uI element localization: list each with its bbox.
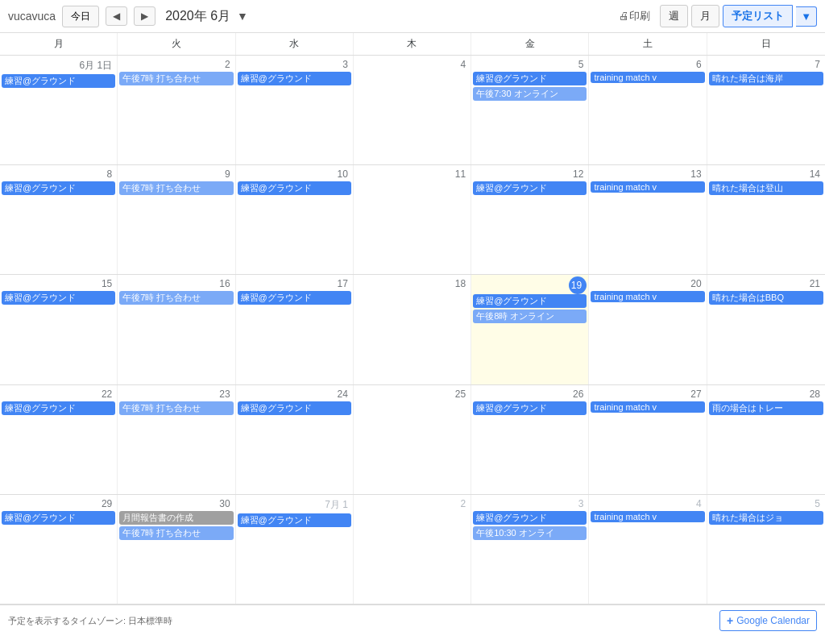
- event[interactable]: training match v: [591, 72, 704, 83]
- event[interactable]: 練習@グラウンド: [238, 291, 351, 305]
- day-number: 7: [709, 57, 823, 72]
- day-header: 水: [236, 33, 354, 55]
- event[interactable]: 練習@グラウンド: [238, 181, 351, 195]
- event[interactable]: 雨の場合はトレー: [709, 401, 823, 415]
- event[interactable]: 練習@グラウンド: [473, 401, 587, 415]
- event[interactable]: 練習@グラウンド: [2, 291, 115, 305]
- day-cell[interactable]: 8練習@グラウンド: [0, 165, 118, 274]
- day-cell[interactable]: 19練習@グラウンド午後8時 オンライン: [471, 275, 589, 384]
- event[interactable]: training match v: [591, 511, 704, 522]
- day-number: 26: [473, 387, 587, 401]
- event[interactable]: 晴れた場合はBBQ: [709, 291, 823, 305]
- day-cell[interactable]: 7月 1練習@グラウンド: [236, 495, 354, 604]
- day-number: 15: [2, 276, 115, 291]
- print-button[interactable]: 🖨印刷: [612, 6, 657, 27]
- week-view-button[interactable]: 週: [660, 5, 688, 27]
- event[interactable]: 練習@グラウンド: [238, 72, 351, 85]
- day-number: 4: [355, 57, 469, 72]
- event[interactable]: 練習@グラウンド: [473, 72, 587, 85]
- event[interactable]: 練習@グラウンド: [473, 511, 587, 525]
- event[interactable]: 練習@グラウンド: [2, 74, 115, 88]
- event[interactable]: 午後7時 打ち合わせ: [119, 72, 233, 85]
- event[interactable]: 晴れた場合は海岸: [709, 72, 823, 85]
- event[interactable]: 午後10:30 オンライ: [473, 526, 587, 540]
- week-row: 8練習@グラウンド9午後7時 打ち合わせ10練習@グラウンド1112練習@グラウ…: [0, 165, 825, 275]
- day-cell[interactable]: 10練習@グラウンド: [236, 165, 354, 274]
- day-number: 2: [355, 497, 469, 511]
- day-cell[interactable]: 6training match v: [589, 56, 707, 164]
- day-cell[interactable]: 13training match v: [589, 165, 707, 274]
- event[interactable]: training match v: [591, 181, 704, 193]
- week-row: 22練習@グラウンド23午後7時 打ち合わせ24練習@グラウンド2526練習@グ…: [0, 385, 825, 495]
- event[interactable]: 晴れた場合はジョ: [709, 511, 823, 525]
- day-number: 2: [119, 57, 233, 72]
- day-cell[interactable]: 2午後7時 打ち合わせ: [118, 56, 235, 164]
- day-cell[interactable]: 3練習@グラウンド: [236, 56, 354, 164]
- google-calendar-button[interactable]: + Google Calendar: [719, 610, 817, 631]
- day-cell[interactable]: 14晴れた場合は登山: [707, 165, 825, 274]
- event[interactable]: training match v: [591, 401, 704, 413]
- event[interactable]: 午後8時 オンライン: [473, 310, 587, 323]
- day-cell[interactable]: 15練習@グラウンド: [0, 275, 118, 384]
- event[interactable]: 練習@グラウンド: [2, 401, 115, 415]
- event[interactable]: 練習@グラウンド: [238, 401, 351, 415]
- week-row: 15練習@グラウンド16午後7時 打ち合わせ17練習@グラウンド1819練習@グ…: [0, 275, 825, 384]
- event[interactable]: 午後7:30 オンライン: [473, 87, 587, 101]
- schedule-list-arrow-button[interactable]: ▼: [796, 6, 817, 27]
- day-cell[interactable]: 7晴れた場合は海岸: [707, 56, 825, 164]
- event[interactable]: 午後7時 打ち合わせ: [119, 181, 233, 195]
- day-number: 20: [591, 276, 704, 291]
- month-view-button[interactable]: 月: [691, 5, 719, 27]
- day-number: 3: [473, 497, 587, 511]
- day-number: 21: [709, 276, 823, 291]
- calendar-body: 6月 1日練習@グラウンド2午後7時 打ち合わせ3練習@グラウンド45練習@グラ…: [0, 56, 825, 605]
- day-cell[interactable]: 2: [354, 495, 471, 604]
- day-cell[interactable]: 24練習@グラウンド: [236, 385, 354, 494]
- event[interactable]: 午後7時 打ち合わせ: [119, 401, 233, 415]
- week-row: 29練習@グラウンド30月間報告書の作成午後7時 打ち合わせ7月 1練習@グラウ…: [0, 495, 825, 605]
- timezone-label: 予定を表示するタイムゾーン: 日本標準時: [8, 615, 172, 627]
- day-cell[interactable]: 16午後7時 打ち合わせ: [118, 275, 235, 384]
- day-cell[interactable]: 29練習@グラウンド: [0, 495, 118, 604]
- day-cell[interactable]: 28雨の場合はトレー: [707, 385, 825, 494]
- day-cell[interactable]: 12練習@グラウンド: [471, 165, 589, 274]
- day-number: 9: [119, 167, 233, 181]
- google-cal-plus-icon: +: [727, 614, 733, 627]
- day-cell[interactable]: 6月 1日練習@グラウンド: [0, 56, 118, 164]
- day-cell[interactable]: 27training match v: [589, 385, 707, 494]
- month-dropdown-button[interactable]: ▼: [237, 10, 248, 23]
- day-cell[interactable]: 21晴れた場合はBBQ: [707, 275, 825, 384]
- day-cell[interactable]: 9午後7時 打ち合わせ: [118, 165, 235, 274]
- event[interactable]: training match v: [591, 291, 704, 302]
- prev-button[interactable]: ◀: [106, 6, 127, 26]
- next-button[interactable]: ▶: [134, 6, 155, 26]
- day-cell[interactable]: 23午後7時 打ち合わせ: [118, 385, 235, 494]
- day-cell[interactable]: 5晴れた場合はジョ: [707, 495, 825, 604]
- day-number: 29: [2, 497, 115, 511]
- event[interactable]: 練習@グラウンド: [473, 294, 587, 308]
- event[interactable]: 練習@グラウンド: [2, 511, 115, 525]
- day-number: 5: [473, 57, 587, 72]
- day-cell[interactable]: 3練習@グラウンド午後10:30 オンライ: [471, 495, 589, 604]
- event[interactable]: 午後7時 打ち合わせ: [119, 526, 233, 540]
- day-cell[interactable]: 5練習@グラウンド午後7:30 オンライン: [471, 56, 589, 164]
- day-cell[interactable]: 11: [354, 165, 471, 274]
- day-cell[interactable]: 18: [354, 275, 471, 384]
- day-cell[interactable]: 26練習@グラウンド: [471, 385, 589, 494]
- day-cell[interactable]: 22練習@グラウンド: [0, 385, 118, 494]
- day-cell[interactable]: 17練習@グラウンド: [236, 275, 354, 384]
- event[interactable]: 晴れた場合は登山: [709, 181, 823, 195]
- event[interactable]: 練習@グラウンド: [238, 513, 351, 527]
- day-cell[interactable]: 30月間報告書の作成午後7時 打ち合わせ: [118, 495, 235, 604]
- day-cell[interactable]: 4: [354, 56, 471, 164]
- day-cell[interactable]: 20training match v: [589, 275, 707, 384]
- event[interactable]: 午後7時 打ち合わせ: [119, 291, 233, 305]
- schedule-list-button[interactable]: 予定リスト: [723, 5, 793, 27]
- event[interactable]: 練習@グラウンド: [473, 181, 587, 195]
- event[interactable]: 練習@グラウンド: [2, 181, 115, 195]
- day-number: 11: [355, 167, 469, 181]
- day-cell[interactable]: 4training match v: [589, 495, 707, 604]
- event[interactable]: 月間報告書の作成: [119, 511, 233, 525]
- day-cell[interactable]: 25: [354, 385, 471, 494]
- today-button[interactable]: 今日: [62, 6, 99, 27]
